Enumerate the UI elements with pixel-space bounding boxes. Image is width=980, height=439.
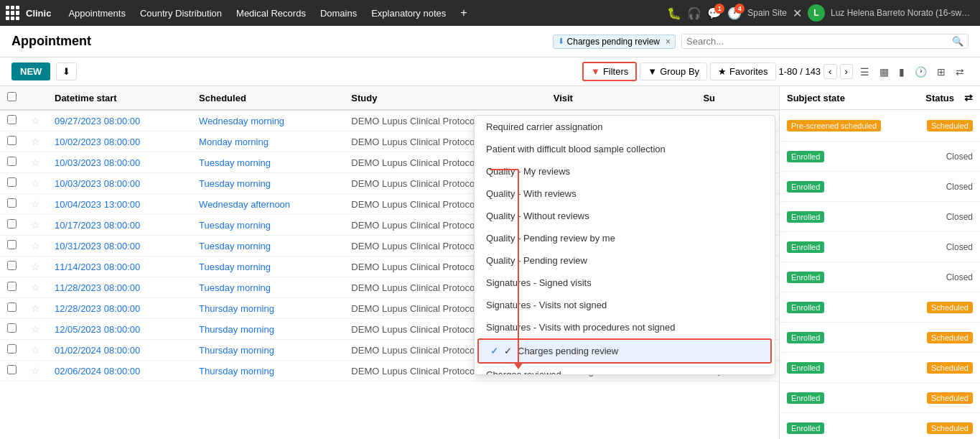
clock-view-button[interactable]: 🕐 bbox=[910, 63, 931, 80]
star-icon-2[interactable]: ☆ bbox=[31, 157, 40, 168]
row-star-0[interactable]: ☆ bbox=[24, 110, 47, 131]
status-header: Status bbox=[925, 93, 954, 103]
right-row-9: EnrolledScheduled bbox=[780, 383, 980, 413]
row-checkbox-6[interactable] bbox=[0, 236, 24, 257]
nav-medical-records[interactable]: Medical Records bbox=[230, 5, 312, 22]
row-checkbox-0[interactable] bbox=[0, 110, 24, 131]
row-star-12[interactable]: ☆ bbox=[24, 361, 47, 382]
dropdown-label-0: Required carrier assignation bbox=[486, 121, 603, 132]
star-icon-12[interactable]: ☆ bbox=[31, 365, 40, 376]
site-label[interactable]: Spain Site bbox=[747, 8, 787, 18]
filter-tag-close[interactable]: × bbox=[666, 37, 671, 47]
nav-domains[interactable]: Domains bbox=[314, 5, 363, 22]
row-datetime-4: 10/04/2023 13:00:00 bbox=[47, 194, 192, 215]
star-icon-7[interactable]: ☆ bbox=[31, 261, 40, 272]
status-badge-5: Closed bbox=[946, 272, 973, 282]
row-checkbox-3[interactable] bbox=[0, 173, 24, 194]
chat-badge-wrapper[interactable]: 💬 1 bbox=[707, 6, 722, 20]
nav-appointments[interactable]: Appointments bbox=[62, 5, 131, 22]
row-checkbox-1[interactable] bbox=[0, 131, 24, 152]
star-icon-8[interactable]: ☆ bbox=[31, 282, 40, 293]
active-filter-tag[interactable]: ⬇ Charges pending review × bbox=[553, 34, 676, 49]
row-star-7[interactable]: ☆ bbox=[24, 257, 47, 277]
pagination: 1-80 / 143 ‹ › bbox=[779, 64, 853, 79]
star-icon-11[interactable]: ☆ bbox=[31, 344, 40, 356]
pagination-next[interactable]: › bbox=[840, 64, 853, 79]
right-row-7: EnrolledScheduled bbox=[780, 323, 980, 353]
clock-badge: 4 bbox=[734, 4, 745, 14]
row-checkbox-4[interactable] bbox=[0, 194, 24, 215]
row-star-6[interactable]: ☆ bbox=[24, 236, 47, 257]
favorites-button[interactable]: ★ Favorites bbox=[710, 63, 775, 80]
col-header-su[interactable]: Su bbox=[696, 86, 779, 110]
row-checkbox-10[interactable] bbox=[0, 319, 24, 340]
search-box[interactable]: 🔍 bbox=[681, 34, 969, 49]
row-star-1[interactable]: ☆ bbox=[24, 131, 47, 152]
subject-state-badge-10: Enrolled bbox=[787, 422, 824, 434]
row-checkbox-2[interactable] bbox=[0, 152, 24, 173]
subject-state-badge-7: Enrolled bbox=[787, 332, 824, 343]
row-checkbox-5[interactable] bbox=[0, 215, 24, 236]
col-header-datetime[interactable]: Datetime start bbox=[47, 86, 192, 110]
settings-icon[interactable]: ✕ bbox=[793, 6, 802, 20]
bug-icon[interactable]: 🐛 bbox=[667, 6, 681, 20]
filter-funnel-icon: ⬇ bbox=[558, 37, 564, 46]
col-header-checkbox[interactable] bbox=[0, 86, 24, 110]
star-icon-1[interactable]: ☆ bbox=[31, 136, 40, 147]
search-icon[interactable]: 🔍 bbox=[952, 36, 963, 47]
nav-explanatory-notes[interactable]: Explanatory notes bbox=[365, 5, 452, 22]
toolbar: NEW ⬇ ▼ Filters ▼ Group By ★ Favorites 1… bbox=[0, 57, 980, 86]
star-icon-6[interactable]: ☆ bbox=[31, 240, 40, 251]
col-header-visit[interactable]: Visit bbox=[546, 86, 696, 110]
brand-name[interactable]: Clinic bbox=[26, 8, 51, 19]
download-button[interactable]: ⬇ bbox=[56, 63, 77, 80]
dropdown-item-0[interactable]: Required carrier assignation bbox=[475, 116, 775, 138]
page-header: Appointment ⬇ Charges pending review × 🔍 bbox=[0, 26, 980, 57]
pagination-prev[interactable]: ‹ bbox=[823, 64, 836, 79]
search-input[interactable] bbox=[686, 36, 952, 47]
row-star-3[interactable]: ☆ bbox=[24, 173, 47, 194]
main-area: Datetime start Scheduled Study Visit Su … bbox=[0, 86, 980, 439]
clock-badge-wrapper[interactable]: 🕐 4 bbox=[727, 6, 742, 20]
filters-button[interactable]: ▼ Filters bbox=[582, 62, 637, 81]
row-checkbox-9[interactable] bbox=[0, 298, 24, 319]
status-badge-6: Scheduled bbox=[927, 302, 973, 313]
row-star-2[interactable]: ☆ bbox=[24, 152, 47, 173]
row-star-8[interactable]: ☆ bbox=[24, 277, 47, 298]
row-checkbox-8[interactable] bbox=[0, 277, 24, 298]
row-star-4[interactable]: ☆ bbox=[24, 194, 47, 215]
star-icon-10[interactable]: ☆ bbox=[31, 323, 40, 335]
list-view-button[interactable]: ☰ bbox=[856, 63, 874, 80]
col-header-study[interactable]: Study bbox=[344, 86, 546, 110]
star-icon-3[interactable]: ☆ bbox=[31, 177, 40, 189]
right-row-4: EnrolledClosed bbox=[780, 232, 980, 262]
chart-view-button[interactable]: ▮ bbox=[895, 63, 909, 80]
new-button[interactable]: NEW bbox=[11, 63, 50, 80]
nav-add-icon[interactable]: + bbox=[454, 4, 472, 22]
table-view-button[interactable]: ⊞ bbox=[933, 63, 950, 80]
user-avatar[interactable]: L bbox=[808, 4, 825, 22]
row-checkbox-11[interactable] bbox=[0, 340, 24, 361]
group-by-button[interactable]: ▼ Group By bbox=[640, 63, 707, 80]
row-star-10[interactable]: ☆ bbox=[24, 319, 47, 340]
row-star-9[interactable]: ☆ bbox=[24, 298, 47, 319]
status-badge-0: Scheduled bbox=[927, 120, 973, 131]
right-panel-header: Subject state Status ⇄ bbox=[780, 86, 980, 110]
star-icon-5[interactable]: ☆ bbox=[31, 219, 40, 231]
headset-icon[interactable]: 🎧 bbox=[687, 6, 701, 20]
dropdown-item-1[interactable]: Patient with difficult blood sample coll… bbox=[475, 138, 775, 160]
row-scheduled-2: Tuesday morning bbox=[192, 152, 344, 173]
star-icon-0[interactable]: ☆ bbox=[31, 115, 40, 126]
app-grid-icon[interactable] bbox=[6, 6, 20, 20]
star-icon-9[interactable]: ☆ bbox=[31, 302, 40, 314]
row-star-11[interactable]: ☆ bbox=[24, 340, 47, 361]
col-header-scheduled[interactable]: Scheduled bbox=[192, 86, 344, 110]
row-checkbox-12[interactable] bbox=[0, 361, 24, 382]
nav-country-distribution[interactable]: Country Distribution bbox=[134, 5, 228, 22]
status-sort-icon[interactable]: ⇄ bbox=[964, 92, 973, 103]
row-checkbox-7[interactable] bbox=[0, 257, 24, 277]
star-icon-4[interactable]: ☆ bbox=[31, 198, 40, 210]
row-star-5[interactable]: ☆ bbox=[24, 215, 47, 236]
calendar-view-button[interactable]: ▦ bbox=[875, 63, 893, 80]
settings-view-button[interactable]: ⇄ bbox=[951, 63, 969, 80]
